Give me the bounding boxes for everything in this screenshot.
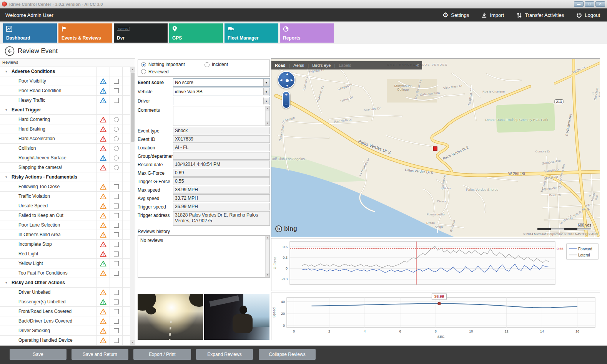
review-item-row[interactable]: Poor Visibility! (0, 76, 130, 86)
review-item-row[interactable]: Collision! (0, 144, 130, 153)
review-item-row[interactable]: Failed to Keep an Out! (0, 211, 130, 220)
back-button[interactable] (5, 46, 15, 56)
review-item-row[interactable]: Operating Handled Device! (0, 336, 130, 345)
review-item-row[interactable]: Yellow Light! (0, 259, 130, 268)
review-item-checkbox[interactable] (114, 251, 119, 256)
nav-tab-gps[interactable]: GPS (169, 23, 223, 43)
review-item-row[interactable]: Driver Smoking! (0, 326, 130, 336)
zoom-in-icon[interactable]: + (285, 92, 288, 98)
nav-tab-fleet[interactable]: Fleet Manager (225, 23, 278, 43)
group-department-field[interactable] (173, 152, 270, 160)
trigger-address-field[interactable]: 31828 Palos Verdes Dr E, Rancho Palos Ve… (173, 211, 270, 226)
map-zoom-control[interactable]: + − (282, 91, 290, 109)
review-item-checkbox[interactable] (114, 223, 119, 228)
review-item-radio[interactable] (114, 156, 119, 160)
expand-arrow-icon[interactable]: ▾ (5, 281, 7, 285)
scroll-down-icon[interactable]: ▼ (266, 273, 269, 277)
classification-radio[interactable] (205, 62, 210, 67)
scrollbar-thumb[interactable] (131, 73, 135, 142)
topbar-action-settings[interactable]: ⚙Settings (442, 12, 469, 18)
expand-arrow-icon[interactable]: ▾ (5, 175, 7, 179)
classification-radio[interactable] (141, 69, 146, 74)
review-item-row[interactable]: Hard Cornering! (0, 115, 130, 124)
review-item-radio[interactable] (114, 146, 119, 151)
topbar-action-import[interactable]: Import (481, 12, 504, 18)
avg-speed-field[interactable]: 33.72 MPH (173, 194, 270, 202)
review-item-row[interactable]: Heavy Traffic! (0, 96, 130, 105)
review-item-radio[interactable] (114, 165, 119, 170)
front-camera-video[interactable] (138, 294, 203, 340)
review-item-checkbox[interactable] (114, 242, 119, 247)
reviews-group-row[interactable]: ▾Risky Actions - Fundamentals (0, 172, 130, 182)
review-item-row[interactable]: Incomplete Stop! (0, 240, 130, 249)
reviews-group-row[interactable]: ▾Risky and Other Actions (0, 278, 130, 288)
reviews-scrollbar[interactable]: ▲ ▼ (130, 67, 135, 345)
collapse-reviews-button[interactable]: Collapse Reviews (259, 349, 316, 360)
nav-tab-events[interactable]: Events & Reviews (58, 23, 112, 43)
driver-select[interactable]: ▼ (173, 97, 270, 105)
map-view-tab-aerial[interactable]: Aerial (290, 63, 308, 68)
scroll-up-icon[interactable]: ▲ (266, 106, 269, 111)
topbar-action-transfer[interactable]: Transfer Activities (516, 12, 564, 18)
review-item-checkbox[interactable] (114, 184, 119, 189)
scroll-up-icon[interactable]: ▲ (130, 67, 135, 72)
topbar-action-logout[interactable]: Logout (576, 12, 600, 18)
chevron-down-icon[interactable]: ▼ (263, 79, 269, 86)
map[interactable]: Road|Aerial|Bird's eye|Labels« ▲▼◀▶ + − … (271, 58, 600, 237)
review-item-checkbox[interactable] (114, 299, 119, 304)
textarea-scrollbar[interactable]: ▲▼ (265, 106, 269, 126)
review-item-row[interactable]: In Other's Blind Area! (0, 230, 130, 240)
close-button[interactable]: ✕ (595, 1, 605, 7)
location-field[interactable]: Al - FL (173, 144, 270, 151)
map-compass-control[interactable]: ▲▼◀▶ (278, 71, 295, 89)
comments-textarea[interactable]: ▲▼ (173, 106, 270, 126)
review-item-radio[interactable] (114, 117, 119, 122)
record-date-field[interactable]: 10/4/2014 4:48:54 PM (173, 160, 270, 168)
review-item-row[interactable]: Traffic Violation! (0, 192, 130, 201)
review-item-row[interactable]: Too Fast For Conditions! (0, 268, 130, 278)
reviews-history-box[interactable]: No reviews▲▼ (138, 235, 270, 278)
review-item-checkbox[interactable] (114, 204, 119, 208)
review-item-checkbox[interactable] (114, 98, 119, 103)
expand-reviews-button[interactable]: Expand Reviews (196, 349, 253, 360)
max-speed-field[interactable]: 38.99 MPH (173, 186, 270, 194)
vehicle-select[interactable]: idrive Van SB▼ (173, 88, 270, 96)
event-id-field[interactable]: X017639 (173, 135, 270, 143)
review-item-row[interactable]: Poor Lane Selection! (0, 220, 130, 230)
maximize-button[interactable]: ◻ (585, 1, 594, 7)
review-item-checkbox[interactable] (114, 79, 119, 84)
review-item-checkbox[interactable] (114, 194, 119, 199)
review-item-checkbox[interactable] (114, 232, 119, 237)
expand-arrow-icon[interactable]: ▾ (5, 69, 7, 73)
event-location-marker[interactable] (433, 147, 437, 151)
review-item-row[interactable]: Poor Road Condition! (0, 86, 130, 96)
expand-arrow-icon[interactable]: ▾ (5, 108, 7, 112)
review-item-row[interactable]: Back/Driver Lens Covered! (0, 316, 130, 326)
nav-tab-dvr[interactable]: IDRIVEDvr (114, 23, 168, 43)
event-type-field[interactable]: Shock (173, 127, 270, 134)
minimize-button[interactable]: ▬ (574, 1, 584, 7)
chevron-down-icon[interactable]: ▼ (263, 98, 269, 104)
review-item-row[interactable]: Rough/Uneven Surface! (0, 153, 130, 163)
map-view-tab-birdseye[interactable]: Bird's eye (309, 63, 334, 68)
nav-tab-reports[interactable]: Reports (280, 23, 334, 43)
review-item-row[interactable]: Following Too Close! (0, 182, 130, 192)
review-item-checkbox[interactable] (114, 271, 119, 276)
trigger-speed-field[interactable]: 36.99 MPH (173, 203, 270, 210)
review-item-checkbox[interactable] (114, 319, 119, 324)
classification-option-1[interactable]: Incident (205, 62, 266, 68)
review-item-checkbox[interactable] (114, 290, 119, 295)
review-item-checkbox[interactable] (114, 88, 119, 93)
review-item-checkbox[interactable] (114, 338, 119, 343)
map-bar-collapse-icon[interactable]: « (413, 63, 422, 68)
review-item-row[interactable]: Front/Road Lens Covered! (0, 307, 130, 316)
review-item-checkbox[interactable] (114, 213, 119, 218)
trigger-gforce-field[interactable]: 0.55 (173, 177, 270, 185)
reviews-group-row[interactable]: ▾Event Trigger (0, 105, 130, 115)
review-item-radio[interactable] (114, 136, 119, 141)
reviews-group-row[interactable]: ▾Adverse Conditions (0, 67, 130, 76)
map-view-tab-road[interactable]: Road (271, 63, 289, 68)
nav-tab-dashboard[interactable]: Dashboard (3, 23, 57, 43)
classification-option-0[interactable]: Nothing important (141, 62, 205, 68)
save-return-button[interactable]: Save and Return (72, 349, 128, 360)
